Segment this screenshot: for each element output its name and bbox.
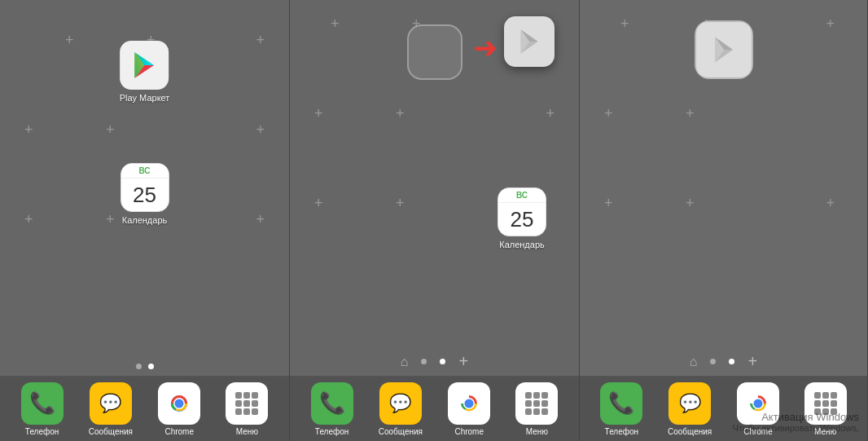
drag-arrow: ➜ xyxy=(473,31,498,65)
dock-messages-3[interactable]: 💬 Сообщения xyxy=(668,382,712,436)
nav-bar-3: ⌂ + xyxy=(580,347,867,376)
calendar-header-2: ВС xyxy=(498,188,546,203)
plus-marker-3d: + xyxy=(604,106,613,121)
svg-point-6 xyxy=(175,399,184,408)
plus-marker: + xyxy=(256,212,265,227)
dot-3-1 xyxy=(710,359,716,364)
nav-bar-2: ⌂ + xyxy=(290,347,579,376)
dot-edit-1 xyxy=(421,359,427,364)
dot-edit-2 xyxy=(440,359,445,364)
menu-icon xyxy=(226,382,268,425)
calendar-icon-2: ВС 25 xyxy=(498,187,546,236)
phone-label-2: Телефон xyxy=(315,427,349,436)
calendar-app[interactable]: ВС 25 Календарь xyxy=(121,163,169,225)
play-market-dragged[interactable] xyxy=(504,16,555,67)
dock-chrome[interactable]: Chrome xyxy=(158,382,200,436)
dock-chrome-2[interactable]: Chrome xyxy=(448,382,490,436)
screen2-content: + + + + + + + + ➜ ВС xyxy=(290,0,579,347)
menu-label-1: Меню xyxy=(236,427,258,436)
plus-marker: + xyxy=(106,122,115,137)
home-icon-3: ⌂ xyxy=(690,355,698,369)
phone-icon: 📞 xyxy=(21,382,64,425)
calendar-icon: ВС 25 xyxy=(121,163,169,212)
plus-marker-3f: + xyxy=(604,196,613,210)
play-market-icon xyxy=(120,41,169,90)
plus-marker-3h: + xyxy=(826,196,835,210)
play-market-icon-placed xyxy=(696,22,752,77)
screen1-content: + + + + + + + + + xyxy=(0,0,289,357)
messages-icon: 💬 xyxy=(90,382,132,425)
dot-2 xyxy=(148,364,154,369)
plus-marker: + xyxy=(256,122,265,137)
plus-marker: + xyxy=(396,106,405,121)
plus-marker: + xyxy=(331,16,340,31)
plus-marker: + xyxy=(314,106,323,121)
chrome-icon-2 xyxy=(448,382,490,425)
phone-icon-3: 📞 xyxy=(600,382,642,425)
plus-marker: + xyxy=(314,196,323,210)
messages-icon-3: 💬 xyxy=(669,382,711,425)
nav-dots-1 xyxy=(0,357,289,376)
plus-marker-3a: + xyxy=(620,16,629,31)
dock-menu-2[interactable]: Меню xyxy=(515,382,558,436)
dock-messages[interactable]: 💬 Сообщения xyxy=(89,382,133,436)
plus-marker: + xyxy=(24,122,33,137)
dock-2: 📞 Телефон 💬 Сообщения Chrome xyxy=(290,376,579,441)
add-screen-3[interactable]: + xyxy=(747,352,757,371)
phone-label-3: Телефон xyxy=(605,427,638,436)
menu-icon-2 xyxy=(515,382,558,425)
calendar-label: Календарь xyxy=(122,215,168,225)
chrome-label-1: Chrome xyxy=(164,427,194,436)
messages-icon-2: 💬 xyxy=(379,382,422,425)
plus-marker: + xyxy=(546,106,555,121)
phone-icon-2: 📞 xyxy=(311,382,353,425)
screen-1: + + + + + + + + + xyxy=(0,0,290,441)
svg-point-9 xyxy=(465,399,474,408)
windows-activation: Активация Windows Чтобы активировать Win… xyxy=(733,411,859,433)
messages-label-2: Сообщения xyxy=(379,427,423,436)
calendar-date: 25 xyxy=(121,179,169,211)
play-market-placed[interactable] xyxy=(696,22,752,77)
empty-slot xyxy=(407,24,462,80)
menu-label-2: Меню xyxy=(526,427,548,436)
messages-label-3: Сообщения xyxy=(668,427,712,436)
play-market-app[interactable]: Play Маркет xyxy=(120,41,170,103)
plus-marker: + xyxy=(106,212,115,227)
dock-1: 📞 Телефон 💬 Сообщения xyxy=(0,376,289,441)
plus-marker: + xyxy=(24,212,33,227)
dock-messages-2[interactable]: 💬 Сообщения xyxy=(379,382,423,436)
play-market-icon-dragged xyxy=(504,16,555,67)
chrome-icon xyxy=(158,382,200,425)
dock-phone-3[interactable]: 📞 Телефон xyxy=(600,382,642,436)
chrome-label-2: Chrome xyxy=(454,427,484,436)
play-market-label: Play Маркет xyxy=(120,93,170,103)
dock-phone-2[interactable]: 📞 Телефон xyxy=(311,382,353,436)
plus-marker: + xyxy=(65,33,74,47)
home-icon-2: ⌂ xyxy=(401,355,409,369)
screen-3: + + + + + + + + ⌂ + xyxy=(580,0,868,441)
dock-menu[interactable]: Меню xyxy=(226,382,268,436)
phone-label: Телефон xyxy=(25,427,59,436)
screen3-content: + + + + + + + + xyxy=(580,0,867,347)
screen-2: + + + + + + + + ➜ ВС xyxy=(290,0,580,441)
plus-marker: + xyxy=(396,196,405,210)
calendar-header: ВС xyxy=(121,164,169,179)
calendar-label-2: Календарь xyxy=(499,240,545,249)
plus-marker-3g: + xyxy=(686,196,695,210)
activation-title: Активация Windows xyxy=(733,411,859,423)
dot-3-2 xyxy=(729,359,734,364)
plus-marker-3c: + xyxy=(826,16,835,31)
dock-phone[interactable]: 📞 Телефон xyxy=(21,382,64,436)
dot-1 xyxy=(136,364,142,369)
plus-marker: + xyxy=(256,33,265,47)
plus-marker-3e: + xyxy=(686,106,695,121)
svg-point-12 xyxy=(753,399,762,408)
add-screen-2[interactable]: + xyxy=(458,352,468,371)
messages-label: Сообщения xyxy=(89,427,133,436)
calendar-app-2[interactable]: ВС 25 Календарь xyxy=(498,187,546,249)
activation-sub: Чтобы активировать Windows, xyxy=(733,423,859,433)
calendar-date-2: 25 xyxy=(498,203,546,236)
